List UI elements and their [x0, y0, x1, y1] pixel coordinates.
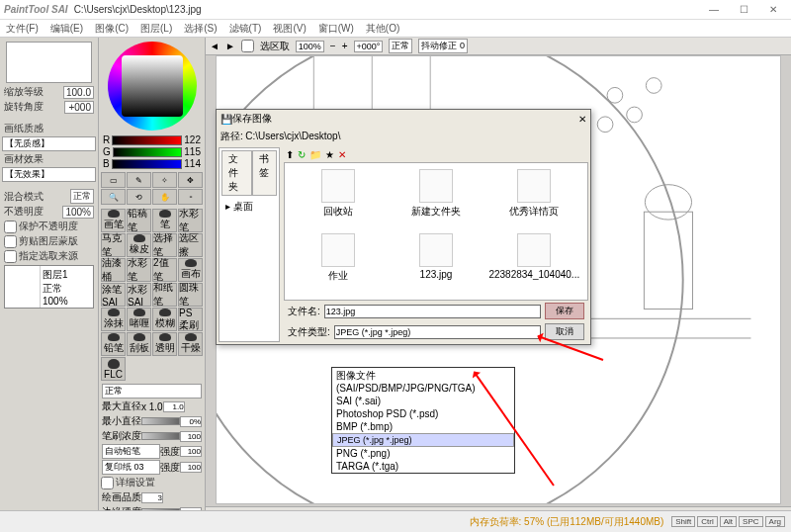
texture-select[interactable]: 【无质感】: [2, 136, 96, 151]
brush-22[interactable]: 透明: [152, 332, 177, 356]
brush-1[interactable]: 铅稿笔: [127, 209, 151, 232]
b-slider[interactable]: [112, 159, 183, 169]
filetype-option[interactable]: JPEG (*.jpg *.jpeg): [332, 433, 514, 447]
brush-21[interactable]: 刮板: [127, 332, 151, 356]
size-mult[interactable]: x 1.0: [141, 401, 163, 412]
paper-select[interactable]: 复印纸 03: [102, 460, 160, 475]
wand-tool[interactable]: ✧: [152, 172, 177, 188]
move-tool[interactable]: ✥: [178, 172, 203, 188]
menu-window[interactable]: 窗口(W): [318, 20, 354, 37]
filetype-select[interactable]: [334, 325, 541, 339]
size-value[interactable]: 1.0: [163, 401, 185, 412]
brush-11[interactable]: 画布: [178, 258, 203, 282]
nav-desktop[interactable]: ▸ 桌面: [221, 196, 277, 218]
folder-tab[interactable]: 文件夹: [221, 150, 252, 196]
advanced-checkbox[interactable]: [101, 477, 114, 489]
brush-13[interactable]: 水彩SAI: [127, 283, 151, 307]
refresh-icon[interactable]: ↻: [298, 149, 306, 160]
nav-back-icon[interactable]: ◄: [210, 41, 220, 51]
brush-17[interactable]: 啫喱: [127, 308, 151, 331]
file-item[interactable]: 22382834_104040...: [487, 233, 581, 294]
stabilizer[interactable]: 抖动修正 0: [418, 39, 468, 53]
canvas-mode[interactable]: 正常: [389, 39, 412, 53]
file-item[interactable]: 新建文件夹: [389, 169, 483, 229]
menu-filter[interactable]: 滤镜(T): [229, 20, 262, 37]
clip-mask-checkbox[interactable]: [4, 235, 17, 248]
menu-select[interactable]: 选择(S): [184, 20, 217, 37]
file-item[interactable]: 123.jpg: [389, 233, 483, 294]
filetype-option[interactable]: SAI (*.sai): [332, 395, 514, 407]
r-slider[interactable]: [112, 135, 182, 145]
edge-select[interactable]: 自动铅笔: [102, 444, 160, 459]
menu-layer[interactable]: 图层(L): [140, 20, 172, 37]
navigator-thumb[interactable]: [6, 42, 92, 83]
maximize-button[interactable]: ☐: [730, 1, 757, 19]
bookmark-tab[interactable]: 书签: [252, 150, 277, 196]
brush-mode-select[interactable]: 正常: [102, 384, 202, 399]
brush-24[interactable]: FLC: [101, 357, 126, 381]
quality-value[interactable]: 3: [141, 492, 163, 503]
minimize-button[interactable]: —: [700, 1, 728, 19]
bookmark-icon[interactable]: ★: [325, 149, 334, 160]
protect-alpha-checkbox[interactable]: [4, 221, 17, 233]
brush-18[interactable]: 模糊: [152, 308, 177, 331]
menu-edit[interactable]: 编辑(E): [50, 20, 83, 37]
up-dir-icon[interactable]: ⬆: [286, 149, 294, 160]
brush-3[interactable]: 水彩笔: [178, 209, 203, 232]
nav-fwd-icon[interactable]: ►: [225, 41, 235, 51]
brush-5[interactable]: 橡皮: [127, 233, 151, 257]
file-item[interactable]: 作业: [291, 233, 385, 294]
cancel-button[interactable]: 取消: [545, 323, 584, 340]
brush-10[interactable]: 2值笔: [152, 258, 177, 282]
brush-16[interactable]: 涂抹: [101, 308, 126, 331]
filetype-option[interactable]: TARGA (*.tga): [332, 460, 514, 473]
brush-6[interactable]: 选择笔: [152, 233, 177, 257]
menu-file[interactable]: 文件(F): [6, 20, 39, 37]
delete-icon[interactable]: ✕: [338, 149, 346, 160]
brush-19[interactable]: PS柔刷: [178, 308, 203, 331]
file-item[interactable]: 优秀详情页: [487, 169, 581, 229]
brush-20[interactable]: 铅笔: [101, 332, 126, 356]
menu-other[interactable]: 其他(O): [366, 20, 399, 37]
brush-7[interactable]: 选区擦: [178, 233, 203, 257]
canvas-zoom[interactable]: 100%: [296, 41, 324, 52]
rotation-value[interactable]: +000: [64, 101, 94, 114]
canvas-angle[interactable]: +000°: [354, 41, 384, 52]
brush-8[interactable]: 油漆桶: [101, 258, 126, 282]
picker-tool[interactable]: ⁃: [178, 189, 203, 205]
filetype-option[interactable]: Photoshop PSD (*.psd): [332, 407, 514, 420]
zoom-tool[interactable]: 🔍: [101, 189, 126, 205]
close-button[interactable]: ✕: [759, 1, 787, 19]
opacity-value[interactable]: 100%: [62, 206, 94, 219]
filetype-option[interactable]: PNG (*.png): [332, 447, 514, 460]
brush-2[interactable]: 笔: [152, 209, 177, 232]
density-slider[interactable]: [141, 432, 180, 440]
blend-select[interactable]: 正常: [70, 189, 94, 204]
save-button[interactable]: 保存: [545, 303, 584, 319]
filetype-option[interactable]: BMP (*.bmp): [332, 420, 514, 433]
color-wheel[interactable]: [108, 42, 197, 131]
brush-15[interactable]: 圆珠笔: [178, 283, 203, 307]
brush-0[interactable]: 画笔: [101, 209, 126, 232]
dialog-close-button[interactable]: ✕: [578, 114, 586, 125]
brush-9[interactable]: 水彩笔: [127, 258, 151, 282]
effect-select[interactable]: 【无效果】: [2, 167, 96, 182]
file-item[interactable]: 回收站: [291, 169, 385, 229]
zoom-in-icon[interactable]: +: [342, 41, 348, 51]
min-slider[interactable]: [141, 417, 180, 425]
menu-image[interactable]: 图像(C): [95, 20, 129, 37]
zoom-out-icon[interactable]: −: [330, 41, 336, 51]
brush-4[interactable]: 马克笔: [101, 233, 126, 257]
filename-input[interactable]: [324, 305, 541, 318]
zoom-value[interactable]: 100.0: [63, 86, 94, 99]
rect-select-tool[interactable]: ▭: [101, 172, 126, 188]
layer-item[interactable]: 图层1 正常 100%: [4, 265, 94, 309]
menu-view[interactable]: 视图(V): [273, 20, 306, 37]
rotate-tool[interactable]: ⟲: [127, 189, 151, 205]
brush-14[interactable]: 和纸笔: [152, 283, 177, 307]
g-slider[interactable]: [113, 147, 183, 157]
new-folder-icon[interactable]: 📁: [309, 149, 321, 160]
selection-checkbox[interactable]: [241, 40, 254, 52]
select-source-checkbox[interactable]: [4, 250, 17, 263]
hand-tool[interactable]: ✋: [152, 189, 177, 205]
